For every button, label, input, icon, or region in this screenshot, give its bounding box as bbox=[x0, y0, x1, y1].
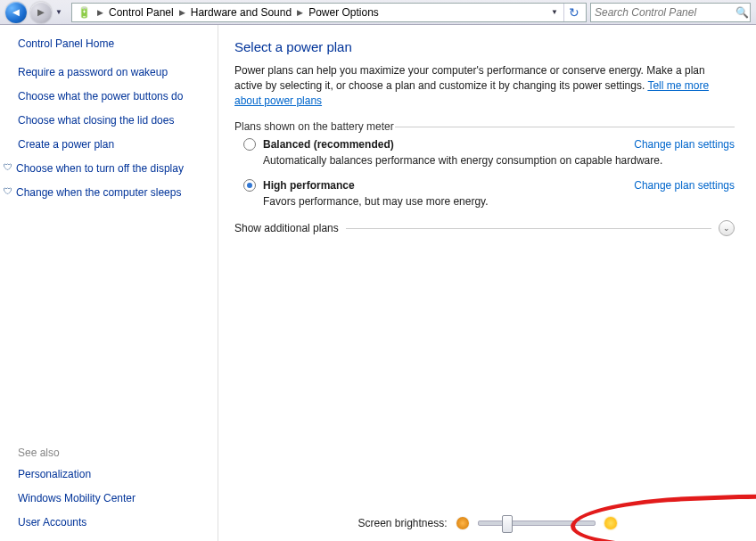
brightness-bright-icon bbox=[604, 517, 617, 529]
see-also-mobility-center[interactable]: Windows Mobility Center bbox=[18, 492, 207, 505]
breadcrumb[interactable]: Power Options bbox=[307, 6, 381, 19]
divider bbox=[395, 127, 735, 127]
shield-icon: 🛡 bbox=[4, 162, 16, 174]
arrow-right-icon: ► bbox=[36, 5, 47, 19]
nav-history-dropdown[interactable]: ▼ bbox=[53, 8, 64, 16]
brightness-dim-icon bbox=[456, 517, 469, 529]
sidebar-link-power-buttons[interactable]: Choose what the power buttons do bbox=[18, 90, 207, 103]
intro-text: Power plans can help you maximize your c… bbox=[234, 63, 735, 108]
plan-high-performance: High performance Change plan settings Fa… bbox=[243, 179, 735, 208]
see-also-user-accounts[interactable]: User Accounts bbox=[18, 516, 207, 529]
divider bbox=[346, 228, 711, 229]
sidebar-link-password[interactable]: Require a password on wakeup bbox=[18, 66, 207, 79]
plan-balanced: Balanced (recommended) Change plan setti… bbox=[243, 138, 735, 167]
nav-back-button[interactable]: ◄ bbox=[5, 2, 27, 23]
refresh-button[interactable]: ↻ bbox=[563, 4, 584, 21]
plans-group-label: Plans shown on the battery meter bbox=[234, 120, 735, 133]
address-dropdown[interactable]: ▼ bbox=[546, 8, 563, 16]
refresh-icon: ↻ bbox=[569, 5, 579, 20]
search-input[interactable] bbox=[591, 6, 734, 19]
plan-description: Favors performance, but may use more ene… bbox=[263, 195, 735, 208]
change-plan-settings-link[interactable]: Change plan settings bbox=[634, 179, 735, 192]
content-body: Control Panel Home Require a password on… bbox=[0, 25, 756, 541]
nav-forward-button[interactable]: ► bbox=[30, 2, 52, 23]
sidebar-link-create-plan[interactable]: Create a power plan bbox=[18, 138, 207, 152]
slider-thumb[interactable] bbox=[502, 515, 513, 533]
page-title: Select a power plan bbox=[234, 39, 735, 54]
sidebar-link-sleep[interactable]: 🛡Change when the computer sleeps bbox=[18, 186, 207, 200]
sidebar-link-display-off[interactable]: 🛡Choose when to turn off the display bbox=[18, 162, 207, 176]
arrow-left-icon: ◄ bbox=[11, 5, 22, 19]
sidebar: Control Panel Home Require a password on… bbox=[0, 25, 218, 541]
chevron-right-icon: ▶ bbox=[293, 8, 307, 17]
chevron-down-icon[interactable]: ⌄ bbox=[719, 220, 735, 236]
chevron-right-icon: ▶ bbox=[176, 8, 189, 17]
breadcrumb[interactable]: Hardware and Sound bbox=[189, 6, 293, 19]
titlebar: ◄ ► ▼ 🔋 ▶ Control Panel ▶ Hardware and S… bbox=[0, 0, 756, 25]
chevron-right-icon: ▶ bbox=[94, 8, 107, 17]
search-box[interactable]: 🔍 bbox=[590, 3, 751, 22]
power-options-window: ◄ ► ▼ 🔋 ▶ Control Panel ▶ Hardware and S… bbox=[0, 0, 756, 541]
plan-high-performance-radio[interactable] bbox=[243, 179, 256, 192]
breadcrumb[interactable]: Control Panel bbox=[107, 6, 176, 19]
address-bar[interactable]: 🔋 ▶ Control Panel ▶ Hardware and Sound ▶… bbox=[71, 3, 587, 22]
plan-name[interactable]: High performance bbox=[263, 179, 355, 192]
change-plan-settings-link[interactable]: Change plan settings bbox=[634, 138, 735, 151]
brightness-label: Screen brightness: bbox=[357, 517, 447, 529]
plan-description: Automatically balances performance with … bbox=[263, 154, 735, 167]
see-also-personalization[interactable]: Personalization bbox=[18, 468, 207, 481]
brightness-row: Screen brightness: bbox=[218, 512, 756, 535]
see-also-heading: See also bbox=[18, 447, 207, 459]
plan-name[interactable]: Balanced (recommended) bbox=[263, 138, 394, 151]
plan-balanced-radio[interactable] bbox=[243, 138, 256, 151]
brightness-slider[interactable] bbox=[478, 521, 596, 526]
battery-icon: 🔋 bbox=[77, 5, 91, 20]
control-panel-home-link[interactable]: Control Panel Home bbox=[18, 37, 207, 50]
show-additional-plans[interactable]: Show additional plans ⌄ bbox=[234, 220, 735, 236]
shield-icon: 🛡 bbox=[4, 186, 16, 198]
sidebar-link-lid[interactable]: Choose what closing the lid does bbox=[18, 114, 207, 127]
search-icon: 🔍 bbox=[734, 6, 750, 19]
main-pane: Select a power plan Power plans can help… bbox=[218, 25, 756, 541]
